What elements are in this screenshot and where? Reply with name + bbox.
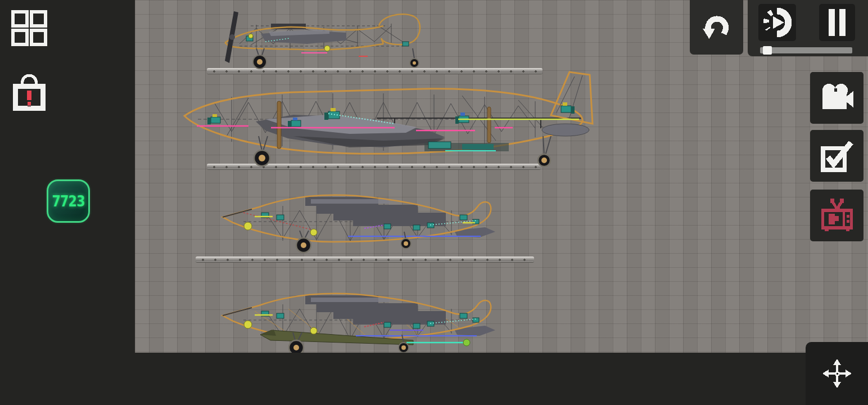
speed-slider-handle[interactable] [763, 46, 772, 55]
plane-build-3[interactable] [221, 190, 498, 253]
pause-icon [825, 7, 849, 38]
speed-slider[interactable] [760, 47, 852, 53]
plane-build-4[interactable] [221, 289, 498, 353]
counter-value: 7723 [52, 192, 84, 210]
move-tool-button[interactable] [806, 342, 868, 405]
sim-speed-icon [763, 8, 792, 37]
video-camera-icon [820, 82, 855, 114]
wheel [253, 55, 419, 69]
game-screen: 7723 [0, 0, 868, 405]
belly-machinery [424, 142, 509, 151]
checkbox-check-icon [820, 139, 855, 173]
undo-arrow-icon [700, 12, 733, 43]
lock-alert-icon [11, 71, 48, 111]
plane-build-1[interactable] [217, 9, 433, 71]
sim-speed-button[interactable] [758, 4, 796, 41]
tv-icon [820, 198, 855, 233]
plane-build-2[interactable] [181, 70, 597, 169]
tasks-button[interactable] [810, 130, 864, 182]
undo-button[interactable] [690, 0, 743, 55]
record-video-button[interactable] [810, 72, 864, 124]
menu-button[interactable] [8, 7, 51, 50]
pause-button[interactable] [819, 4, 855, 41]
sim-controls-panel [748, 0, 868, 56]
lock-alert-button[interactable] [9, 70, 49, 112]
tv-button[interactable] [810, 190, 864, 241]
grid-menu-icon [11, 10, 48, 47]
counter-badge[interactable]: 7723 [47, 179, 90, 223]
move-arrows-icon [821, 358, 853, 389]
platform-beam[interactable] [196, 256, 534, 263]
